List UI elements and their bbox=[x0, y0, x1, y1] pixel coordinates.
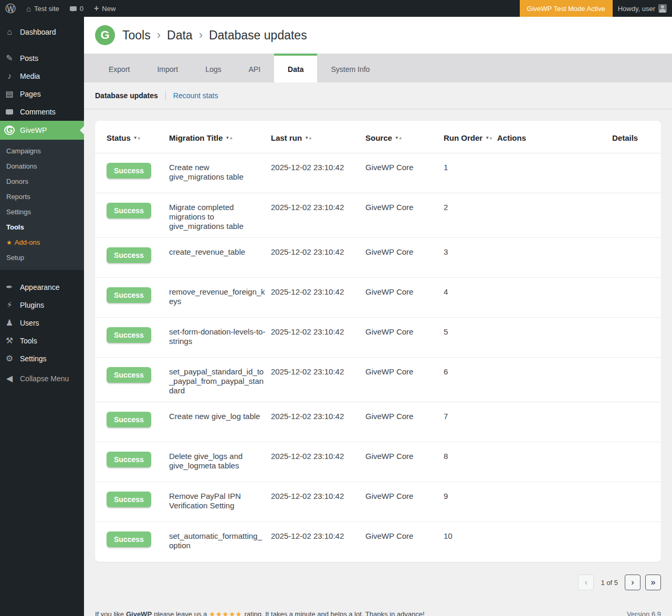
column-label: Run Order bbox=[444, 133, 482, 142]
tab-bar: Export Import Logs API Data System Info bbox=[84, 54, 672, 82]
sidebar-item-pages[interactable]: ▤ Pages bbox=[0, 85, 84, 103]
submenu-label: Settings bbox=[6, 208, 31, 216]
sidebar-item-givewp[interactable]: G GiveWP bbox=[0, 121, 84, 140]
sidebar-item-plugins[interactable]: ⚡ Plugins bbox=[0, 296, 84, 314]
table-header-row: Status ▼▲ Migration Title ▼▲ Last run ▼▲… bbox=[95, 121, 661, 153]
column-header-run-order[interactable]: Run Order ▼▲ bbox=[444, 133, 497, 142]
tab-api[interactable]: API bbox=[235, 54, 275, 82]
submenu-item-settings[interactable]: Settings bbox=[0, 204, 84, 220]
sort-icon: ▼▲ bbox=[304, 135, 312, 140]
submenu-item-setup[interactable]: Setup bbox=[0, 250, 84, 265]
sort-icon: ▼▲ bbox=[225, 135, 233, 140]
plus-icon: + bbox=[94, 4, 99, 13]
pagination-prev-button: ‹ bbox=[578, 575, 594, 590]
tab-system-info[interactable]: System Info bbox=[317, 54, 383, 82]
status-badge: Success bbox=[107, 287, 151, 303]
givewp-icon: G bbox=[4, 126, 15, 135]
last-run-cell: 2025-12-02 23:10:42 bbox=[271, 203, 365, 212]
column-header-migration-title[interactable]: Migration Title ▼▲ bbox=[169, 133, 271, 142]
status-cell: Success bbox=[107, 163, 169, 179]
source-cell: GiveWP Core bbox=[365, 327, 444, 337]
site-name-link[interactable]: ⌂ Test site bbox=[21, 0, 65, 17]
submenu-label: Donations bbox=[6, 162, 37, 170]
sidebar: ⌂ Dashboard ✎ Posts ♪ Media ▤ Pages Comm… bbox=[0, 17, 84, 616]
tab-import[interactable]: Import bbox=[143, 54, 192, 82]
sidebar-item-dashboard[interactable]: ⌂ Dashboard bbox=[0, 23, 84, 41]
status-badge: Success bbox=[107, 452, 151, 467]
tab-export[interactable]: Export bbox=[95, 54, 143, 82]
new-content-menu[interactable]: + New bbox=[89, 0, 121, 17]
tab-data[interactable]: Data bbox=[274, 54, 317, 82]
breadcrumb-tools[interactable]: Tools bbox=[122, 28, 151, 43]
column-header-source[interactable]: Source ▼▲ bbox=[365, 133, 444, 142]
last-run-cell: 2025-12-02 23:10:42 bbox=[271, 412, 365, 421]
pages-icon: ▤ bbox=[4, 90, 15, 98]
status-cell: Success bbox=[107, 247, 169, 263]
page-header: G Tools › Data › Database updates bbox=[84, 17, 672, 54]
status-cell: Success bbox=[107, 203, 169, 218]
source-cell: GiveWP Core bbox=[365, 452, 444, 461]
pagination-next-button[interactable]: › bbox=[625, 575, 640, 590]
column-header-last-run[interactable]: Last run ▼▲ bbox=[271, 133, 365, 142]
footer-text: rating. It takes a minute and helps a lo… bbox=[245, 610, 425, 616]
sidebar-item-tools[interactable]: ⚒ Tools bbox=[0, 332, 84, 350]
pagination-last-button[interactable]: » bbox=[645, 575, 661, 590]
admin-bar: Ⓦ ⌂ Test site 0 + New GiveWP Test Mode A… bbox=[0, 0, 672, 17]
sort-icon: ▼▲ bbox=[485, 135, 492, 140]
submenu-item-reports[interactable]: Reports bbox=[0, 189, 84, 204]
subnav: Database updates Recount stats bbox=[84, 82, 672, 109]
sort-icon: ▼▲ bbox=[133, 135, 141, 140]
footer-brand: GiveWP bbox=[126, 610, 152, 616]
submenu-label: Setup bbox=[6, 254, 24, 262]
sidebar-item-users[interactable]: ♟ Users bbox=[0, 314, 84, 332]
subnav-database-updates[interactable]: Database updates bbox=[95, 91, 158, 100]
column-label: Source bbox=[365, 133, 392, 142]
rating-request: If you like GiveWP please leave us a ★★★… bbox=[95, 610, 425, 616]
run-order-cell: 5 bbox=[444, 327, 497, 337]
sidebar-item-posts[interactable]: ✎ Posts bbox=[0, 49, 84, 67]
column-header-details: Details bbox=[612, 133, 650, 142]
site-name-label: Test site bbox=[34, 5, 59, 13]
status-cell: Success bbox=[107, 531, 169, 547]
version-label: Version 6.9 bbox=[627, 610, 661, 616]
wordpress-menu[interactable]: Ⓦ bbox=[0, 0, 21, 17]
column-label: Actions bbox=[497, 133, 526, 142]
collapse-menu-button[interactable]: ◀ Collapse Menu bbox=[0, 370, 84, 388]
breadcrumb-data[interactable]: Data bbox=[167, 28, 193, 43]
source-cell: GiveWP Core bbox=[365, 203, 444, 212]
submenu-item-donors[interactable]: Donors bbox=[0, 174, 84, 189]
howdy-account-menu[interactable]: Howdy, user bbox=[613, 0, 672, 17]
main-content: G Tools › Data › Database updates Export… bbox=[84, 17, 672, 616]
tab-logs[interactable]: Logs bbox=[192, 54, 235, 82]
sidebar-item-comments[interactable]: Comments bbox=[0, 103, 84, 121]
status-cell: Success bbox=[107, 327, 169, 343]
sidebar-item-appearance[interactable]: ✒ Appearance bbox=[0, 278, 84, 296]
run-order-cell: 7 bbox=[444, 412, 497, 421]
page-footer: If you like GiveWP please leave us a ★★★… bbox=[84, 590, 672, 616]
sidebar-item-label: Plugins bbox=[20, 301, 44, 309]
comments-count: 0 bbox=[80, 5, 83, 13]
submenu-label: Tools bbox=[6, 223, 24, 231]
column-header-status[interactable]: Status ▼▲ bbox=[107, 133, 169, 142]
table-row: Success set_automatic_formatting_option … bbox=[95, 522, 661, 562]
sidebar-item-media[interactable]: ♪ Media bbox=[0, 67, 84, 85]
plugins-icon: ⚡ bbox=[4, 301, 15, 309]
table-row: Success set-form-donation-levels-to-stri… bbox=[95, 318, 661, 358]
source-cell: GiveWP Core bbox=[365, 247, 444, 257]
comments-shortcut[interactable]: 0 bbox=[65, 0, 89, 17]
breadcrumb: Tools › Data › Database updates bbox=[122, 28, 307, 43]
submenu-item-addons[interactable]: ★ Add-ons bbox=[0, 235, 84, 250]
status-badge: Success bbox=[107, 412, 151, 427]
table-row: Success Create new give_migrations table… bbox=[95, 153, 661, 193]
migration-title-cell: Create new give_log table bbox=[169, 412, 271, 421]
submenu-item-donations[interactable]: Donations bbox=[0, 159, 84, 174]
last-run-cell: 2025-12-02 23:10:42 bbox=[271, 163, 365, 172]
five-stars-link[interactable]: ★★★★★ bbox=[209, 610, 242, 616]
submenu-item-campaigns[interactable]: Campaigns bbox=[0, 143, 84, 159]
star-icon: ★ bbox=[6, 239, 12, 246]
submenu-item-tools[interactable]: Tools bbox=[0, 220, 84, 235]
sidebar-item-settings[interactable]: ⚙ Settings bbox=[0, 350, 84, 368]
collapse-icon: ◀ bbox=[4, 374, 15, 383]
last-run-cell: 2025-12-02 23:10:42 bbox=[271, 287, 365, 297]
subnav-recount-stats-link[interactable]: Recount stats bbox=[173, 91, 218, 100]
